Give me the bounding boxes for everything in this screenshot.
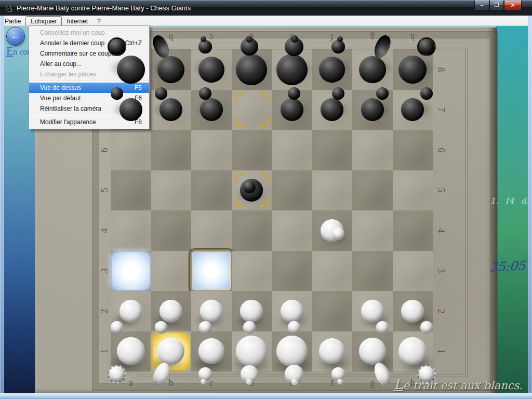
move-marker-corner-d7 [235,93,244,102]
status-text: Le trait est aux blancs. [394,376,523,392]
piece-black-pawn-f7[interactable] [312,90,353,130]
piece-black-pawn-d5[interactable] [232,170,272,211]
square-c6[interactable] [191,130,232,170]
game-clock: 35:05 [489,258,526,275]
piece-white-bishop-c1[interactable] [191,331,232,372]
piece-white-pawn-a2[interactable] [111,291,151,331]
square-e3[interactable] [272,251,312,291]
square-a4[interactable] [111,210,151,251]
piece-black-knight-b8[interactable] [151,49,192,90]
piece-white-pawn-f4[interactable] [312,210,353,251]
square-e5[interactable] [272,170,312,211]
back-arrow-icon: ← [11,30,21,41]
piece-white-pawn-d2[interactable] [232,291,272,331]
piece-black-pawn-b7[interactable] [151,90,192,130]
square-b4[interactable] [151,210,192,251]
square-g5[interactable] [352,170,393,211]
piece-white-pawn-h2[interactable] [393,291,433,331]
square-f6[interactable] [312,130,353,170]
move-marker-corner-d7 [260,118,269,127]
square-f3[interactable] [312,251,353,291]
piece-head [332,228,344,240]
menubar-item-echiquier[interactable]: Echiquier [25,16,62,26]
square-b3[interactable] [151,251,192,291]
piece-base [198,57,224,83]
square-a5[interactable] [111,170,151,211]
piece-black-bishop-f8[interactable] [312,49,353,90]
piece-base [401,98,424,121]
app-knight-icon: ♞ [5,3,13,13]
square-d4[interactable] [232,210,272,251]
piece-white-bishop-f1[interactable] [312,331,353,372]
piece-black-pawn-g7[interactable] [352,90,393,130]
close-button[interactable]: ✕ [504,1,522,11]
piece-head [288,87,300,100]
piece-black-pawn-e7[interactable] [272,90,312,130]
piece-black-knight-g8[interactable] [352,49,393,90]
square-b6[interactable] [151,130,192,170]
square-d7[interactable] [232,90,272,130]
menu-item-conseillez-moi-un-coup[interactable]: Conseillez-moi un coup [29,28,149,38]
piece-head [420,87,433,100]
piece-black-pawn-c7[interactable] [191,90,232,130]
square-g4[interactable] [352,210,393,251]
black-move: d5 [521,196,528,206]
square-a3[interactable] [111,251,151,291]
square-c5[interactable] [191,170,232,211]
window-border-bottom [0,393,532,399]
square-f5[interactable] [312,170,353,211]
piece-head [155,87,167,100]
piece-white-pawn-g2[interactable] [352,291,393,331]
piece-white-king-e1[interactable] [272,331,312,372]
piece-black-rook-a8[interactable] [111,49,151,90]
piece-white-pawn-e2[interactable] [272,291,312,331]
move-list: 1. f4 d5 [490,196,528,206]
highlight-cursor-c3 [190,249,233,293]
maximize-button[interactable]: ❐ [489,1,504,11]
square-c3[interactable] [191,251,232,291]
piece-black-queen-d8[interactable] [232,49,272,90]
piece-black-king-e8[interactable] [272,49,312,90]
piece-head [198,40,212,54]
piece-base [159,300,182,323]
piece-black-pawn-a7[interactable] [111,90,151,130]
piece-knob [201,36,206,42]
piece-white-pawn-c2[interactable] [191,291,232,331]
rank-label-right-8: 8 [435,63,447,76]
square-e4[interactable] [272,210,312,251]
piece-white-pawn-b2[interactable] [151,291,192,331]
piece-black-rook-h8[interactable] [393,49,433,90]
piece-base [119,300,142,323]
back-button[interactable]: ← [6,27,25,46]
square-h6[interactable] [393,130,433,170]
square-g3[interactable] [352,251,393,291]
square-h5[interactable] [393,170,433,211]
square-g6[interactable] [352,130,393,170]
rank-label-right-7: 7 [435,103,447,116]
square-h3[interactable] [393,251,433,291]
square-b5[interactable] [151,170,192,211]
title-bar[interactable]: ♞ Pierre-Marie Baty contre Pierre-Marie … [0,0,532,16]
piece-white-queen-d1[interactable] [232,331,272,372]
piece-white-rook-a1[interactable] [111,331,151,372]
menu-item-annuler-le-dernier-coup[interactable]: Annuler le dernier coupCtrl+Z [29,38,149,48]
minimize-button[interactable]: – [474,1,489,11]
piece-base [281,98,303,121]
piece-black-pawn-h7[interactable] [393,90,433,130]
piece-white-rook-h1[interactable] [393,331,433,372]
piece-black-bishop-c8[interactable] [191,49,232,90]
square-c4[interactable] [191,210,232,251]
square-h4[interactable] [393,210,433,251]
menubar-item-[interactable]: ? [92,17,105,26]
square-f2[interactable] [312,291,353,331]
piece-white-knight-g1[interactable] [352,331,393,372]
square-d6[interactable] [232,130,272,170]
piece-base [200,98,223,121]
piece-head [198,367,212,381]
piece-white-knight-b1[interactable] [151,331,192,372]
square-d3[interactable] [232,251,272,291]
menubar-item-internet[interactable]: Internet [62,17,92,26]
square-e6[interactable] [272,130,312,170]
menu-item-label: Echanger les places [40,69,96,79]
square-a6[interactable] [111,130,151,170]
